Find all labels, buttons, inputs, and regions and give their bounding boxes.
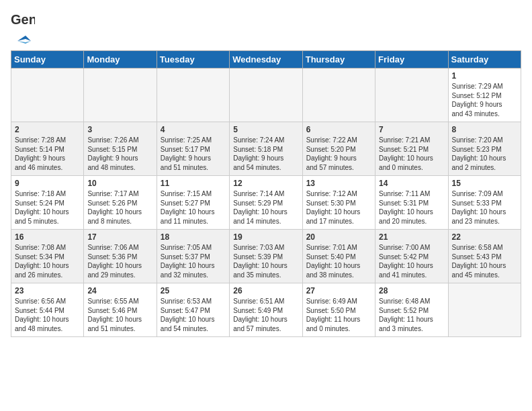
day-number: 28 — [379, 286, 444, 295]
calendar-cell: 9Sunrise: 7:18 AM Sunset: 5:24 PM Daylig… — [11, 176, 84, 230]
calendar-header-friday: Friday — [375, 51, 448, 68]
day-number: 14 — [379, 179, 444, 188]
day-info: Sunrise: 6:49 AM Sunset: 5:50 PM Dayligh… — [306, 297, 371, 333]
day-number: 22 — [452, 232, 517, 242]
day-number: 16 — [15, 232, 80, 242]
calendar-cell: 13Sunrise: 7:12 AM Sunset: 5:30 PM Dayli… — [302, 176, 375, 230]
day-number: 15 — [452, 179, 517, 188]
calendar-cell: 10Sunrise: 7:17 AM Sunset: 5:26 PM Dayli… — [84, 176, 157, 230]
day-number: 19 — [233, 232, 298, 242]
day-info: Sunrise: 7:26 AM Sunset: 5:15 PM Dayligh… — [87, 136, 152, 172]
calendar-cell: 3Sunrise: 7:26 AM Sunset: 5:15 PM Daylig… — [84, 122, 157, 176]
day-number: 10 — [87, 179, 152, 188]
day-info: Sunrise: 7:05 AM Sunset: 5:37 PM Dayligh… — [161, 243, 226, 279]
day-info: Sunrise: 7:21 AM Sunset: 5:21 PM Dayligh… — [379, 136, 444, 172]
calendar-header-tuesday: Tuesday — [157, 51, 229, 68]
day-info: Sunrise: 6:55 AM Sunset: 5:46 PM Dayligh… — [87, 297, 152, 333]
calendar-cell: 21Sunrise: 7:00 AM Sunset: 5:42 PM Dayli… — [375, 230, 448, 283]
logo-icon: General — [11, 11, 35, 34]
calendar-header-wednesday: Wednesday — [230, 51, 302, 68]
calendar-cell — [448, 283, 521, 337]
calendar-cell — [302, 68, 375, 122]
calendar-cell — [84, 68, 157, 122]
calendar-cell: 2Sunrise: 7:28 AM Sunset: 5:14 PM Daylig… — [11, 122, 84, 176]
calendar-header-saturday: Saturday — [448, 51, 521, 68]
day-number: 7 — [379, 125, 444, 134]
day-info: Sunrise: 6:56 AM Sunset: 5:44 PM Dayligh… — [15, 297, 80, 333]
day-info: Sunrise: 7:08 AM Sunset: 5:34 PM Dayligh… — [15, 243, 80, 279]
day-number: 1 — [452, 71, 517, 81]
day-info: Sunrise: 7:03 AM Sunset: 5:39 PM Dayligh… — [233, 243, 298, 279]
calendar-cell: 19Sunrise: 7:03 AM Sunset: 5:39 PM Dayli… — [230, 230, 302, 283]
calendar-cell: 20Sunrise: 7:01 AM Sunset: 5:40 PM Dayli… — [302, 230, 375, 283]
day-info: Sunrise: 7:11 AM Sunset: 5:31 PM Dayligh… — [379, 189, 444, 226]
day-info: Sunrise: 7:01 AM Sunset: 5:40 PM Dayligh… — [306, 243, 371, 279]
day-info: Sunrise: 6:48 AM Sunset: 5:52 PM Dayligh… — [379, 297, 444, 333]
day-info: Sunrise: 7:17 AM Sunset: 5:26 PM Dayligh… — [87, 189, 152, 226]
day-number: 21 — [379, 232, 444, 242]
calendar-cell — [11, 68, 84, 122]
day-info: Sunrise: 7:24 AM Sunset: 5:18 PM Dayligh… — [233, 136, 298, 172]
calendar-cell: 5Sunrise: 7:24 AM Sunset: 5:18 PM Daylig… — [230, 122, 302, 176]
day-number: 27 — [306, 286, 371, 295]
calendar-cell: 1Sunrise: 7:29 AM Sunset: 5:12 PM Daylig… — [448, 68, 521, 122]
day-info: Sunrise: 7:09 AM Sunset: 5:33 PM Dayligh… — [452, 189, 517, 226]
day-number: 25 — [161, 286, 226, 295]
calendar-cell: 11Sunrise: 7:15 AM Sunset: 5:27 PM Dayli… — [157, 176, 229, 230]
day-number: 11 — [161, 179, 226, 188]
day-number: 12 — [233, 179, 298, 188]
calendar-cell: 6Sunrise: 7:22 AM Sunset: 5:20 PM Daylig… — [302, 122, 375, 176]
svg-text:General: General — [11, 12, 35, 27]
page: General SundayMondayTuesdayWednesdayThur — [0, 0, 532, 411]
day-number: 23 — [15, 286, 80, 295]
calendar-cell: 25Sunrise: 6:53 AM Sunset: 5:47 PM Dayli… — [157, 283, 229, 337]
calendar-header-monday: Monday — [84, 51, 157, 68]
calendar-cell: 24Sunrise: 6:55 AM Sunset: 5:46 PM Dayli… — [84, 283, 157, 337]
calendar-cell — [230, 68, 302, 122]
calendar-cell: 7Sunrise: 7:21 AM Sunset: 5:21 PM Daylig… — [375, 122, 448, 176]
day-info: Sunrise: 7:29 AM Sunset: 5:12 PM Dayligh… — [452, 82, 517, 118]
day-number: 8 — [452, 125, 517, 134]
calendar-header-thursday: Thursday — [302, 51, 375, 68]
day-info: Sunrise: 7:28 AM Sunset: 5:14 PM Dayligh… — [15, 136, 80, 172]
day-info: Sunrise: 7:14 AM Sunset: 5:29 PM Dayligh… — [233, 189, 298, 226]
svg-marker-2 — [17, 41, 31, 44]
day-info: Sunrise: 7:20 AM Sunset: 5:23 PM Dayligh… — [452, 136, 517, 172]
calendar-cell: 17Sunrise: 7:06 AM Sunset: 5:36 PM Dayli… — [84, 230, 157, 283]
calendar-cell: 12Sunrise: 7:14 AM Sunset: 5:29 PM Dayli… — [230, 176, 302, 230]
calendar-cell — [375, 68, 448, 122]
calendar-week-row: 1Sunrise: 7:29 AM Sunset: 5:12 PM Daylig… — [11, 68, 521, 122]
day-number: 18 — [161, 232, 226, 242]
day-info: Sunrise: 7:25 AM Sunset: 5:17 PM Dayligh… — [161, 136, 226, 172]
logo-bird-icon — [12, 34, 32, 49]
calendar-cell: 16Sunrise: 7:08 AM Sunset: 5:34 PM Dayli… — [11, 230, 84, 283]
calendar-cell: 22Sunrise: 6:58 AM Sunset: 5:43 PM Dayli… — [448, 230, 521, 283]
calendar-header-row: SundayMondayTuesdayWednesdayThursdayFrid… — [11, 51, 521, 68]
day-number: 5 — [233, 125, 298, 134]
day-number: 17 — [87, 232, 152, 242]
calendar-cell: 23Sunrise: 6:56 AM Sunset: 5:44 PM Dayli… — [11, 283, 84, 337]
day-number: 2 — [15, 125, 80, 134]
day-info: Sunrise: 6:51 AM Sunset: 5:49 PM Dayligh… — [233, 297, 298, 333]
day-number: 6 — [306, 125, 371, 134]
day-number: 9 — [15, 179, 80, 188]
day-info: Sunrise: 6:58 AM Sunset: 5:43 PM Dayligh… — [452, 243, 517, 279]
day-number: 4 — [161, 125, 226, 134]
day-info: Sunrise: 7:00 AM Sunset: 5:42 PM Dayligh… — [379, 243, 444, 279]
day-number: 13 — [306, 179, 371, 188]
day-number: 26 — [233, 286, 298, 295]
day-info: Sunrise: 6:53 AM Sunset: 5:47 PM Dayligh… — [161, 297, 226, 333]
calendar-cell — [157, 68, 229, 122]
calendar-table: SundayMondayTuesdayWednesdayThursdayFrid… — [11, 50, 521, 337]
calendar-cell: 28Sunrise: 6:48 AM Sunset: 5:52 PM Dayli… — [375, 283, 448, 337]
calendar-cell: 26Sunrise: 6:51 AM Sunset: 5:49 PM Dayli… — [230, 283, 302, 337]
calendar-week-row: 23Sunrise: 6:56 AM Sunset: 5:44 PM Dayli… — [11, 283, 521, 337]
calendar-cell: 14Sunrise: 7:11 AM Sunset: 5:31 PM Dayli… — [375, 176, 448, 230]
calendar-header-sunday: Sunday — [11, 51, 84, 68]
svg-marker-1 — [17, 36, 31, 41]
day-info: Sunrise: 7:22 AM Sunset: 5:20 PM Dayligh… — [306, 136, 371, 172]
day-info: Sunrise: 7:06 AM Sunset: 5:36 PM Dayligh… — [87, 243, 152, 279]
day-number: 20 — [306, 232, 371, 242]
calendar-cell: 8Sunrise: 7:20 AM Sunset: 5:23 PM Daylig… — [448, 122, 521, 176]
header: General — [11, 11, 521, 45]
